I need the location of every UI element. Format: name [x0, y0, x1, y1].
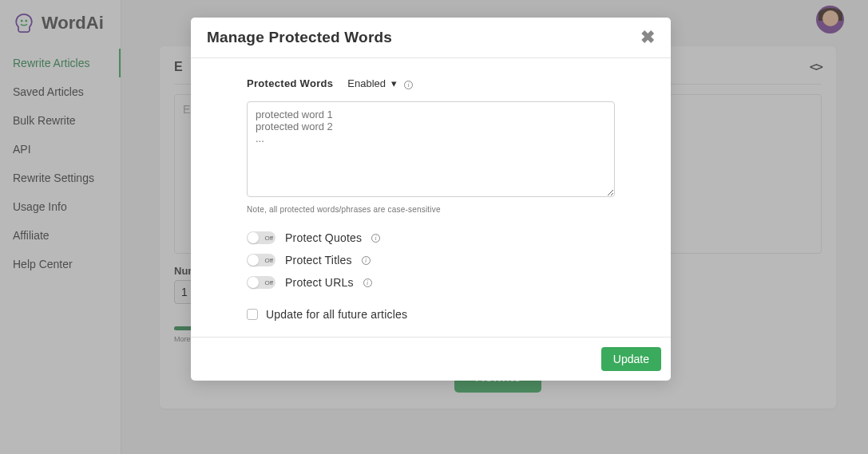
close-icon[interactable]: ✖: [640, 29, 655, 46]
protected-words-select[interactable]: Enabled ▾: [347, 77, 397, 89]
toggle-label: Protect Quotes: [285, 231, 362, 244]
toggle-knob: [248, 232, 259, 243]
protected-words-textarea[interactable]: [247, 101, 615, 197]
info-icon[interactable]: i: [371, 234, 380, 243]
update-future-checkbox[interactable]: [247, 309, 258, 320]
protected-words-row: Protected Words Enabled ▾ i: [247, 76, 615, 90]
toggle-protect-quotes[interactable]: Off: [247, 231, 275, 244]
toggle-protect-urls[interactable]: Off: [247, 276, 275, 289]
toggle-protect-quotes-row: Off Protect Quotes i: [247, 231, 615, 244]
checkbox-label: Update for all future articles: [266, 308, 407, 321]
toggle-state: Off: [264, 257, 273, 264]
toggle-protect-titles-row: Off Protect Titles i: [247, 254, 615, 266]
protected-words-label: Protected Words: [247, 77, 333, 89]
update-button[interactable]: Update: [601, 347, 661, 371]
toggle-protect-urls-row: Off Protect URLs i: [247, 276, 615, 289]
toggle-label: Protect URLs: [285, 276, 354, 289]
modal-title: Manage Protected Words: [207, 29, 392, 46]
toggle-state: Off: [264, 235, 273, 242]
toggle-protect-titles[interactable]: Off: [247, 254, 275, 266]
protected-words-note: Note, all protected words/phrases are ca…: [247, 205, 615, 214]
toggle-knob: [248, 255, 259, 266]
modal-header: Manage Protected Words ✖: [191, 18, 671, 58]
toggle-state: Off: [264, 279, 273, 286]
modal-footer: Update: [191, 337, 671, 381]
info-icon[interactable]: i: [363, 278, 372, 287]
toggle-label: Protect Titles: [285, 254, 352, 266]
select-value: Enabled: [347, 77, 386, 89]
info-icon[interactable]: i: [404, 81, 413, 89]
modal-body: Protected Words Enabled ▾ i Note, all pr…: [191, 58, 671, 337]
update-future-checkbox-row: Update for all future articles: [247, 308, 615, 321]
info-icon[interactable]: i: [362, 256, 371, 265]
toggle-knob: [248, 277, 259, 288]
manage-protected-words-modal: Manage Protected Words ✖ Protected Words…: [191, 18, 671, 381]
